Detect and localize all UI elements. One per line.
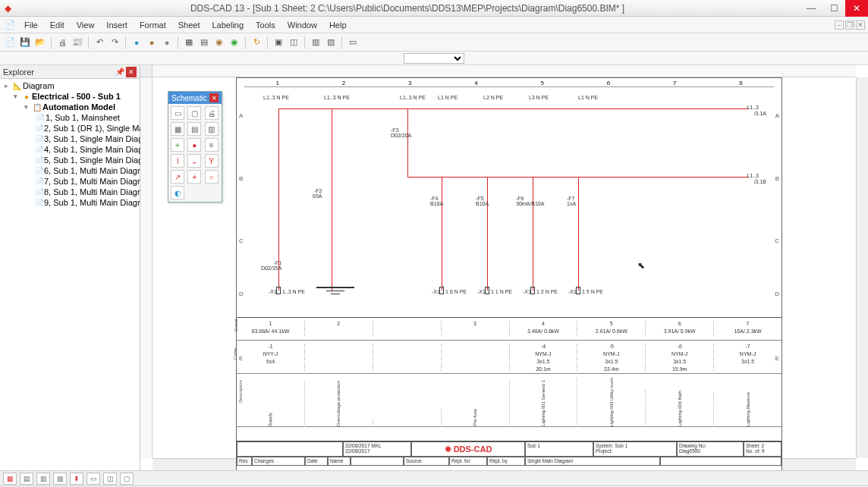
mdi-restore-button[interactable]: ❐ — [845, 20, 854, 30]
palette-tool-icon[interactable]: ↗ — [171, 170, 184, 184]
view-tab-icon[interactable]: ▦ — [3, 473, 17, 485]
palette-tool-icon[interactable]: ≡ — [205, 138, 219, 152]
tree-root[interactable]: ▸📐Diagram — [2, 80, 138, 91]
scrollbar-vertical[interactable] — [856, 77, 868, 458]
layer-b-icon[interactable]: ◫ — [287, 36, 300, 49]
view-tab-icon[interactable]: ▢ — [120, 473, 134, 485]
menu-labeling[interactable]: Labeling — [206, 19, 250, 31]
palette-tool-icon[interactable]: + — [171, 138, 184, 152]
palette-tool-icon[interactable]: ○ — [205, 170, 219, 184]
tree-item[interactable]: 📄4, Sub 1, Single Main Diagram — [2, 144, 138, 155]
palette-header[interactable]: Schematic ✕ — [168, 92, 222, 104]
close-button[interactable]: ✕ — [845, 0, 868, 17]
breaker-label: -F1 D02/35A — [261, 260, 281, 271]
tool-b-icon[interactable]: ▤ — [197, 36, 211, 49]
tree-project[interactable]: ▾●Electrical - 500 - Sub 1 — [2, 91, 138, 102]
tool-a-icon[interactable]: ▦ — [182, 36, 196, 49]
menu-file[interactable]: File — [18, 19, 44, 31]
sheet-a-icon[interactable]: ▥ — [309, 36, 322, 49]
bus-label: L2 N PE — [483, 95, 503, 100]
bus-end-label: L1..3 — [747, 173, 759, 178]
palette-tool-icon[interactable]: ▦ — [171, 122, 184, 136]
menu-format[interactable]: Format — [134, 19, 172, 31]
tree-item[interactable]: 📄7, Sub 1, Multi Main Diagram — [2, 176, 138, 187]
minimize-button[interactable]: — — [800, 0, 822, 17]
palette-tool-icon[interactable]: + — [187, 170, 201, 184]
palette-tool-icon[interactable]: 🖨 — [205, 106, 219, 120]
menu-view[interactable]: View — [71, 19, 101, 31]
view-tab-icon[interactable]: ⬍ — [70, 473, 83, 485]
palette-close-button[interactable]: ✕ — [209, 93, 219, 102]
tree-item[interactable]: 📄2, Sub 1 (DR 1), Single Main Diagram — [2, 123, 138, 134]
palette-tool-icon[interactable]: ⌄ — [187, 154, 201, 168]
globe-brown-icon[interactable]: ● — [145, 36, 159, 49]
redo-icon[interactable]: ↷ — [108, 36, 121, 49]
tree-item[interactable]: 📄5, Sub 1, Single Main Diagram — [2, 155, 138, 165]
menu-sheet[interactable]: Sheet — [172, 19, 206, 31]
tb-namelbl: Name — [328, 457, 351, 466]
palette-tool-icon[interactable]: ◐ — [171, 186, 184, 200]
menu-tools[interactable]: Tools — [250, 19, 281, 31]
row-letter: C — [775, 237, 779, 244]
save-icon[interactable]: 💾 — [18, 36, 32, 49]
data-cell: 3 — [441, 321, 509, 328]
view-tab-icon[interactable]: ◫ — [103, 473, 117, 485]
panel-close-button[interactable]: ✕ — [126, 67, 137, 77]
menu-edit[interactable]: Edit — [44, 19, 71, 31]
menu-window[interactable]: Window — [281, 19, 323, 31]
palette-tool-icon[interactable]: Y — [205, 154, 219, 168]
menu-insert[interactable]: Insert — [100, 19, 134, 31]
palette-tool-icon[interactable]: ● — [187, 138, 201, 152]
globe-blue-icon[interactable]: ● — [130, 36, 143, 49]
print-icon[interactable]: 🖨 — [55, 36, 69, 49]
rotate-icon[interactable]: ↻ — [250, 36, 263, 49]
col-number: 5 — [509, 80, 575, 87]
drawing-area[interactable]: Schematic ✕ ▭ ▢ 🖨 ▦ ▤ ▥ + ● ≡ ⌇ ⌄ Y — [140, 65, 868, 470]
globe-dim-icon[interactable]: ● — [160, 36, 174, 49]
layer-select[interactable] — [404, 53, 464, 64]
palette-tool-icon[interactable]: ▤ — [187, 122, 201, 136]
tool-c-icon[interactable]: ◉ — [212, 36, 226, 49]
ruler-vertical — [140, 77, 153, 458]
view-icon[interactable]: ▭ — [346, 36, 360, 49]
sheet-b-icon[interactable]: ▧ — [324, 36, 338, 49]
desc-cell: Lighting Reserve — [746, 392, 750, 426]
mdi-minimize-button[interactable]: – — [835, 20, 844, 30]
palette-tool-icon[interactable]: ▭ — [171, 106, 184, 120]
palette-tool-icon[interactable]: ▢ — [187, 106, 201, 120]
view-tab-icon[interactable]: ▭ — [86, 473, 100, 485]
tree-item[interactable]: 📄6, Sub 1, Multi Main Diagram — [2, 165, 138, 176]
print-preview-icon[interactable]: 📰 — [71, 36, 84, 49]
layer-a-icon[interactable]: ▣ — [272, 36, 285, 49]
data-cell: -6 — [645, 344, 713, 351]
tree-item[interactable]: 📄8, Sub 1, Multi Main Diagram — [2, 187, 138, 197]
terminal-label: 1..3 N PE — [282, 289, 305, 294]
row-letter: B — [775, 175, 779, 182]
pin-icon[interactable]: 📌 — [115, 68, 124, 76]
desc-cell: Overvoltage protection — [336, 381, 341, 426]
view-tab-icon[interactable]: ▧ — [53, 473, 67, 485]
feeder-line — [487, 177, 488, 291]
palette-tool-icon[interactable]: ▥ — [205, 122, 219, 136]
mdi-close-button[interactable]: ✕ — [856, 20, 865, 30]
view-tab-icon[interactable]: ▤ — [20, 473, 33, 485]
menu-help[interactable]: Help — [323, 19, 353, 31]
tree-item[interactable]: 📄9, Sub 1, Multi Main Diagram — [2, 197, 138, 208]
view-tab-icon[interactable]: ▥ — [36, 473, 50, 485]
new-icon[interactable]: 📄 — [3, 36, 17, 49]
tree-automation[interactable]: ▾📋Automation Model — [2, 102, 138, 112]
tool-d-icon[interactable]: ◉ — [228, 36, 241, 49]
explorer-header: Explorer 📌 ✕ — [0, 65, 140, 79]
schematic-palette[interactable]: Schematic ✕ ▭ ▢ 🖨 ▦ ▤ ▥ + ● ≡ ⌇ ⌄ Y — [168, 91, 222, 203]
maximize-button[interactable]: ☐ — [822, 0, 845, 17]
data-cell: 3.48A/ 0.8kW — [509, 328, 577, 336]
open-icon[interactable]: 📂 — [33, 36, 47, 49]
tree-project-label: Electrical - 500 - Sub 1 — [32, 92, 121, 101]
undo-icon[interactable]: ↶ — [93, 36, 106, 49]
palette-tool-icon[interactable]: ⌇ — [171, 154, 184, 168]
breaker-label: -F4 B10A — [430, 196, 443, 206]
tree-item[interactable]: 📄1, Sub 1, Mainsheet — [2, 112, 138, 123]
tb-source: Source — [404, 457, 449, 466]
tb-date1: 22/08/2017 MKL — [345, 443, 382, 448]
tree-item[interactable]: 📄3, Sub 1, Single Main Diagram — [2, 134, 138, 144]
